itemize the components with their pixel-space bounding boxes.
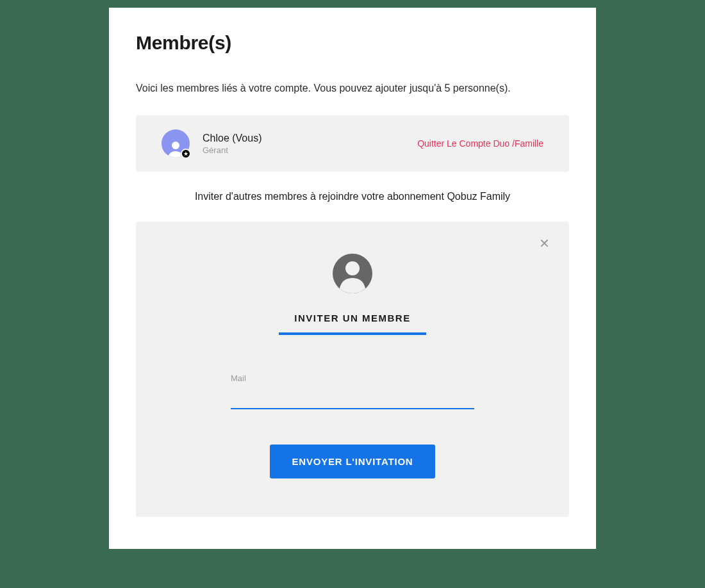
members-page: Membre(s) Voici les membres liés à votre…: [109, 8, 596, 549]
member-card: ★ Chloe (Vous) Gérant Quitter Le Compte …: [136, 115, 569, 172]
member-role: Gérant: [203, 145, 262, 155]
svg-point-0: [172, 142, 179, 149]
member-info: Chloe (Vous) Gérant: [203, 133, 262, 155]
star-badge-icon: ★: [181, 149, 191, 159]
svg-point-1: [345, 261, 360, 275]
avatar: ★: [162, 129, 190, 158]
member-left: ★ Chloe (Vous) Gérant: [162, 129, 262, 158]
mail-input[interactable]: [231, 389, 474, 409]
invite-intro: Inviter d'autres membres à rejoindre vot…: [136, 191, 569, 202]
invite-heading: INVITER UN MEMBRE: [279, 313, 426, 335]
invite-panel: ✕ INVITER UN MEMBRE Mail ENVOYER L'INVIT…: [136, 222, 569, 517]
mail-label: Mail: [231, 373, 474, 383]
leave-account-link[interactable]: Quitter Le Compte Duo /Famille: [417, 138, 543, 149]
member-name: Chloe (Vous): [203, 133, 262, 144]
send-invitation-button[interactable]: ENVOYER L'INVITATION: [270, 445, 435, 478]
close-icon[interactable]: ✕: [539, 237, 550, 250]
person-icon: [333, 254, 372, 293]
invite-avatar-icon: [333, 254, 372, 293]
page-title: Membre(s): [136, 32, 569, 54]
page-subtitle: Voici les membres liés à votre compte. V…: [136, 81, 569, 96]
invite-form: Mail ENVOYER L'INVITATION: [231, 373, 474, 478]
